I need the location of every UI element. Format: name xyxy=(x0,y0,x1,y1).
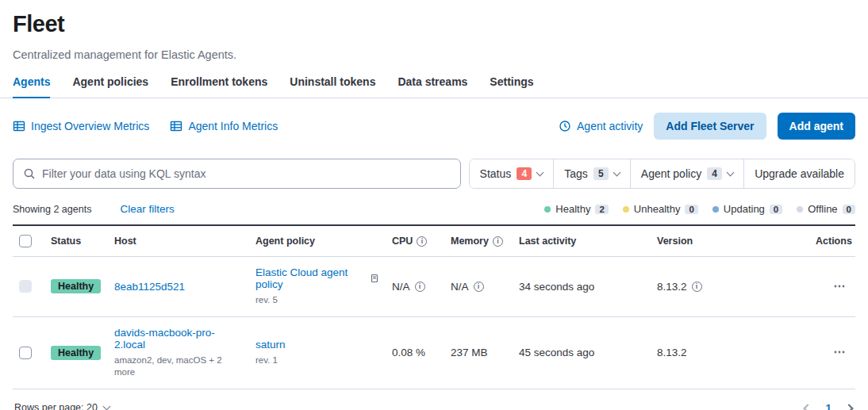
agent-policy-link[interactable]: saturn xyxy=(255,339,286,351)
next-page-button[interactable] xyxy=(844,400,854,410)
legend-unhealthy-count: 0 xyxy=(685,205,697,214)
page-subtitle: Centralized management for Elastic Agent… xyxy=(13,48,855,61)
page-title: Fleet xyxy=(13,11,855,37)
page-number-1[interactable]: 1 xyxy=(825,402,832,410)
rows-per-page-button[interactable]: Rows per page: 20 xyxy=(14,402,109,410)
host-tags: amazon2, dev, macOS + 2 more xyxy=(114,354,243,379)
showing-agents-count: Showing 2 agents xyxy=(13,204,91,215)
rows-per-page-label: Rows per page: 20 xyxy=(14,402,98,410)
row-checkbox[interactable] xyxy=(19,347,32,359)
agent-info-metrics-label: Agent Info Metrics xyxy=(188,120,278,132)
last-activity-value: 45 seconds ago xyxy=(513,316,651,389)
tab-uninstall-tokens[interactable]: Uninstall tokens xyxy=(290,71,375,98)
previous-page-button xyxy=(803,400,812,410)
offline-dot-icon xyxy=(797,206,803,213)
cpu-value: 0.08 % xyxy=(386,316,444,389)
row-actions-button[interactable] xyxy=(830,344,849,360)
toolbar-left: Ingest Overview Metrics Agent Info Metri… xyxy=(13,120,278,132)
version-value: 8.13.2 xyxy=(651,316,809,389)
managed-policy-icon xyxy=(370,274,379,283)
row-actions-button[interactable] xyxy=(830,278,849,294)
chevron-down-icon xyxy=(536,168,544,176)
healthy-dot-icon xyxy=(544,206,551,213)
legend-offline-count: 0 xyxy=(843,205,855,214)
agents-table: Status Host Agent policy CPU Memory xyxy=(13,224,855,389)
status-filter-label: Status xyxy=(480,167,512,180)
filter-bar: Status 4 Tags 5 Agent policy 4 Upgrade a… xyxy=(13,159,855,189)
ingest-overview-metrics-link[interactable]: Ingest Overview Metrics xyxy=(13,120,149,132)
table-footer: Rows per page: 20 1 xyxy=(13,400,855,410)
legend-healthy-label: Healthy xyxy=(555,203,590,215)
chevron-down-icon xyxy=(613,168,620,176)
tab-bar: Agents Agent policies Enrollment tokens … xyxy=(0,71,868,98)
column-header-agent-policy: Agent policy xyxy=(249,225,386,257)
tab-data-streams[interactable]: Data streams xyxy=(398,71,467,98)
info-icon[interactable] xyxy=(692,282,702,292)
status-filter-count-badge: 4 xyxy=(517,167,532,180)
legend-offline-label: Offline xyxy=(808,203,837,215)
legend-unhealthy-label: Unhealthy xyxy=(634,203,681,215)
last-activity-value: 34 seconds ago xyxy=(513,257,651,317)
tab-agent-policies[interactable]: Agent policies xyxy=(72,71,148,98)
agent-policy-filter-label: Agent policy xyxy=(641,167,701,180)
clear-filters-link[interactable]: Clear filters xyxy=(120,203,174,215)
status-filter-button[interactable]: Status 4 xyxy=(470,159,555,188)
info-icon[interactable] xyxy=(415,282,425,292)
tab-enrollment-tokens[interactable]: Enrollment tokens xyxy=(171,71,267,98)
pagination: 1 xyxy=(803,400,854,410)
agent-policy-link[interactable]: Elastic Cloud agent policy xyxy=(255,266,366,290)
column-header-memory: Memory xyxy=(451,236,489,247)
toolbar: Ingest Overview Metrics Agent Info Metri… xyxy=(13,113,855,140)
chevron-left-icon xyxy=(804,404,812,410)
legend-unhealthy: Unhealthy 0 xyxy=(623,203,698,215)
table-header-row: Status Host Agent policy CPU Memory xyxy=(13,225,855,257)
add-fleet-server-button[interactable]: Add Fleet Server xyxy=(654,113,766,140)
select-all-checkbox[interactable] xyxy=(19,235,32,247)
tab-settings[interactable]: Settings xyxy=(490,71,533,98)
metrics-icon xyxy=(13,120,25,132)
kql-search-input[interactable] xyxy=(42,167,451,180)
ingest-overview-metrics-label: Ingest Overview Metrics xyxy=(31,120,149,132)
memory-value: N/A xyxy=(451,281,469,293)
tags-filter-count-badge: 5 xyxy=(593,167,609,180)
legend-updating: Updating 0 xyxy=(712,203,782,215)
clock-icon xyxy=(559,120,571,132)
agent-policy-filter-button[interactable]: Agent policy 4 xyxy=(631,159,744,188)
status-badge: Healthy xyxy=(51,279,101,293)
memory-value: 237 MB xyxy=(444,316,513,389)
column-header-version: Version xyxy=(651,225,809,257)
upgrade-available-filter-button[interactable]: Upgrade available xyxy=(744,159,855,188)
status-legend: Healthy 2 Unhealthy 0 Updating 0 Offline… xyxy=(544,203,855,215)
agent-activity-link[interactable]: Agent activity xyxy=(559,120,643,132)
agent-info-metrics-link[interactable]: Agent Info Metrics xyxy=(170,120,278,132)
table-row: Healthy 8eab1125d521 Elastic Cloud agent… xyxy=(13,257,855,317)
toolbar-right: Agent activity Add Fleet Server Add agen… xyxy=(559,113,855,140)
column-header-cpu: CPU xyxy=(392,236,413,247)
cpu-value: N/A xyxy=(392,281,410,293)
legend-offline: Offline 0 xyxy=(797,203,855,215)
tags-filter-button[interactable]: Tags 5 xyxy=(554,159,631,188)
legend-updating-count: 0 xyxy=(770,205,782,214)
chevron-right-icon xyxy=(844,404,853,410)
page-header: Fleet Centralized management for Elastic… xyxy=(0,0,868,61)
host-link[interactable]: 8eab1125d521 xyxy=(114,281,185,293)
status-badge: Healthy xyxy=(51,346,101,360)
info-icon[interactable] xyxy=(417,236,427,247)
info-icon[interactable] xyxy=(493,236,503,247)
policy-revision: rev. 1 xyxy=(255,354,379,367)
chevron-down-icon xyxy=(727,168,735,176)
host-link[interactable]: davids-macbook-pro-2.local xyxy=(114,327,215,351)
updating-dot-icon xyxy=(712,206,719,213)
search-box[interactable] xyxy=(13,159,461,189)
legend-updating-label: Updating xyxy=(724,203,765,215)
filter-group: Status 4 Tags 5 Agent policy 4 Upgrade a… xyxy=(469,159,855,189)
agent-policy-filter-count-badge: 4 xyxy=(707,167,722,180)
column-header-host: Host xyxy=(108,225,249,257)
info-icon[interactable] xyxy=(474,282,484,292)
add-agent-button[interactable]: Add agent xyxy=(778,113,855,140)
metrics-icon xyxy=(170,120,182,132)
tab-agents[interactable]: Agents xyxy=(13,71,50,98)
policy-revision: rev. 5 xyxy=(255,294,379,307)
tags-filter-label: Tags xyxy=(564,167,588,180)
legend-healthy-count: 2 xyxy=(595,205,608,214)
